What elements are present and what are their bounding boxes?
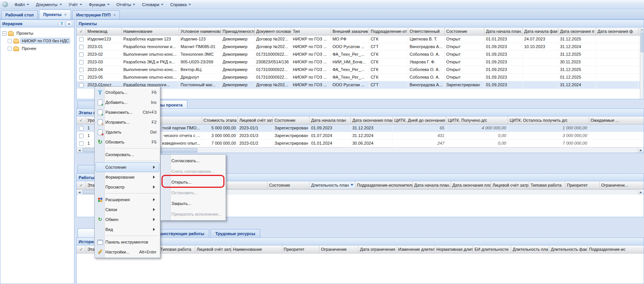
select-all-header[interactable]: ✓ <box>77 245 86 253</box>
table-row[interactable]: 2023-01постРазработка технологи...Постоя… <box>77 81 644 89</box>
checkbox-icon[interactable] <box>79 75 84 80</box>
table-row[interactable]: 1ческого отчета с ...3 000 000,002023-01… <box>77 132 644 140</box>
table-row[interactable]: 2023-01Разработка технологии и...Магнит … <box>77 43 644 51</box>
menu-item-exchange[interactable]: Обмен <box>95 215 159 224</box>
checkbox-icon[interactable] <box>79 126 84 131</box>
table-row[interactable]: 1тной партии ПМО...5 000 000,002023-01/1… <box>77 124 644 132</box>
scroll-left-button[interactable]: ◀ <box>77 190 82 195</box>
column-header[interactable]: Нормативная длит <box>435 245 473 253</box>
column-header[interactable]: Внешний заказчик <box>331 27 369 35</box>
column-header[interactable]: Условное наименова <box>179 27 221 35</box>
menubar-item[interactable]: Справка <box>167 1 194 8</box>
column-header[interactable]: Дата ограничения <box>358 245 397 253</box>
row-select-cell[interactable] <box>77 124 86 132</box>
row-select-cell[interactable] <box>77 58 86 66</box>
column-header[interactable]: Типовая работа <box>159 245 195 253</box>
column-header[interactable]: Дата начала план. <box>484 27 523 35</box>
column-header[interactable]: ЕИ длительности <box>473 245 511 253</box>
checkbox-icon[interactable] <box>79 45 84 49</box>
table-row[interactable]: 2023-05Выполнение опытно-конс...Дредноут… <box>77 74 644 81</box>
row-select-cell[interactable] <box>77 51 86 58</box>
column-header[interactable]: Состояние <box>445 27 484 35</box>
select-all-header[interactable]: ✓ <box>77 181 86 189</box>
menu-item-links[interactable]: Связи <box>95 205 159 215</box>
row-select-cell[interactable] <box>77 132 86 139</box>
row-select-cell[interactable] <box>77 81 86 89</box>
menu-item-copy[interactable]: Скопировать... <box>95 150 159 160</box>
scroll-up-button[interactable]: ▲ <box>640 27 644 32</box>
column-header[interactable]: Длительность план <box>310 181 355 189</box>
column-header[interactable]: Дата окончания план <box>451 181 491 189</box>
menubar-item[interactable]: Функции <box>86 1 113 8</box>
column-header[interactable]: Подразделение-исполнитель. <box>355 181 413 189</box>
table-row[interactable]: 2023-02Выполнение опытно-конс...Технолог… <box>77 51 644 58</box>
menu-item-add[interactable]: Добавить...Ins <box>95 97 159 107</box>
column-header[interactable]: Лицевой счёт затр <box>491 181 529 189</box>
row-select-cell[interactable] <box>77 74 86 81</box>
row-select-cell[interactable] <box>77 140 86 147</box>
column-header[interactable]: Ограничение <box>320 245 358 253</box>
column-header[interactable]: Лицевой счёт затрат. <box>238 116 273 124</box>
column-header[interactable]: Ограничени... <box>600 181 644 189</box>
checkbox-icon[interactable] <box>79 52 84 57</box>
menu-item-filter[interactable]: Отобрать...F6 <box>95 87 159 97</box>
tree-node[interactable]: −Проекты <box>0 29 74 37</box>
tree-node[interactable]: Прочее <box>0 45 74 52</box>
column-header[interactable]: Стоимость этапа <box>202 116 238 124</box>
menu-item-formation[interactable]: Формирование <box>95 172 159 182</box>
column-header[interactable]: Дата начала план <box>310 116 351 124</box>
menubar-item[interactable]: Файл <box>11 1 32 8</box>
column-header[interactable]: Лицевой счёт затр <box>195 245 231 253</box>
main-tab[interactable]: Рабочий стол <box>1 10 38 19</box>
table-row[interactable]: 2023-04Выполнение опытно-конс...Вектор-А… <box>77 66 644 74</box>
select-all-header[interactable]: ✓ <box>77 27 86 35</box>
menu-item-view[interactable]: Вид <box>95 224 159 234</box>
table-row[interactable]: Изделие123Разработка изделия 123Изделие-… <box>77 36 644 43</box>
column-header[interactable]: Длительность фак <box>549 245 588 253</box>
scroll-left-button[interactable]: ◀ <box>77 148 82 153</box>
column-header[interactable]: Приоритет <box>565 181 600 189</box>
submenu-item-close[interactable]: Закрыть... <box>161 198 225 209</box>
column-header[interactable]: Дата окончания п <box>558 27 596 35</box>
row-select-cell[interactable] <box>77 66 86 73</box>
menu-item-refresh[interactable]: ОбновитьF5 <box>95 137 159 147</box>
column-header[interactable]: Дата окончания ф <box>596 27 639 35</box>
select-all-header[interactable]: ✓ <box>77 116 86 124</box>
column-header[interactable]: Наименование <box>231 245 282 253</box>
checkbox-icon[interactable] <box>79 83 84 87</box>
column-header[interactable]: Наименование <box>122 27 179 35</box>
projects-vertical-scrollbar[interactable]: ▲ <box>640 27 644 99</box>
column-header[interactable]: Тип <box>291 27 331 35</box>
column-header[interactable]: Состояние <box>268 181 310 189</box>
column-header[interactable]: ЦИТК. Получено д/с <box>446 116 508 124</box>
menubar-item[interactable]: Документы <box>33 1 65 8</box>
column-header[interactable]: Типовая работа <box>529 181 565 189</box>
table-row[interactable]: 1изведенного опыт...7 000 000,002023-01/… <box>77 140 644 147</box>
checkbox-icon[interactable] <box>79 134 84 138</box>
section-tab[interactable]: Трудовые ресурсы <box>210 229 260 237</box>
menu-item-preview[interactable]: Просмотр <box>95 182 159 192</box>
submenu-item-open[interactable]: Открыть... <box>161 177 225 187</box>
stages-horizontal-scrollbar[interactable]: ◀ ▶ <box>77 147 644 153</box>
column-header[interactable]: Дата начала факт <box>523 27 558 35</box>
column-header[interactable]: Принадлежность <box>221 27 255 35</box>
main-tab[interactable]: Проекты× <box>39 10 71 19</box>
scroll-right-button[interactable]: ▶ <box>638 148 644 153</box>
collapse-panel-button[interactable]: « <box>66 21 72 27</box>
main-tab[interactable]: Инструкции ПУП× <box>72 10 120 19</box>
menu-item-delete[interactable]: УдалитьDel <box>95 127 159 137</box>
column-header[interactable]: Ожидаемые ... <box>589 116 644 124</box>
menu-item-edit[interactable]: Исправить...F2 <box>95 117 159 127</box>
menu-item-toolbar[interactable]: Панель инструментов <box>95 237 159 247</box>
column-header[interactable]: Ответственный <box>408 27 445 35</box>
column-header[interactable]: Состояние <box>273 116 310 124</box>
scroll-thumb[interactable] <box>641 32 643 52</box>
checkbox-icon[interactable] <box>79 60 84 65</box>
menubar-item[interactable]: Словари <box>139 1 166 8</box>
submenu-item-approve[interactable]: Согласовать... <box>161 155 225 166</box>
tree-expander-icon[interactable]: − <box>2 31 6 36</box>
scroll-right-button[interactable]: ▶ <box>638 190 644 195</box>
column-header[interactable]: Подразделение-ис <box>588 245 644 253</box>
column-header[interactable]: Документ-основан <box>255 27 291 35</box>
column-header[interactable]: ЦИТК. Дней до окончания <box>393 116 446 124</box>
